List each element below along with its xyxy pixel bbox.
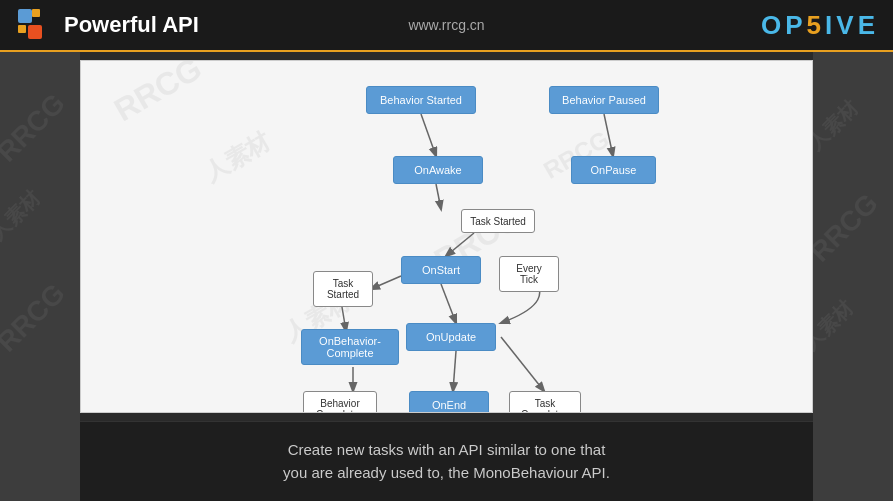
svg-line-10 <box>501 337 544 391</box>
node-onstart: OnStart <box>401 256 481 284</box>
right-sidebar: 人素材 RRCG 人素材 <box>813 52 893 501</box>
svg-rect-0 <box>18 9 32 23</box>
svg-rect-3 <box>28 25 42 39</box>
main-area: RRCG 人素材 RRCG RRCG 人素材 RRCG 人素材 RRCG <box>0 52 893 501</box>
left-sidebar: RRCG 人素材 RRCG <box>0 52 80 501</box>
caption-bar: Create new tasks with an API similar to … <box>80 421 813 501</box>
svg-line-13 <box>371 276 401 289</box>
caption-text: Create new tasks with an API similar to … <box>283 439 610 484</box>
node-task-started-small: Task Started <box>313 271 373 307</box>
node-onbehavior-complete: OnBehavior- Complete <box>301 329 399 365</box>
center-area: RRCG 人素材 RRCG 人素材 RRCG <box>80 52 813 501</box>
node-onawake: OnAwake <box>393 156 483 184</box>
svg-rect-2 <box>18 25 26 33</box>
svg-rect-1 <box>32 9 40 17</box>
svg-line-9 <box>453 351 456 391</box>
svg-line-6 <box>436 184 441 209</box>
svg-line-11 <box>342 307 346 331</box>
app-logo-icon <box>16 7 52 43</box>
node-task-completes: Task Completes <box>509 391 581 413</box>
header-left: Powerful API <box>16 7 199 43</box>
node-behavior-completes: Behavior Completes <box>303 391 377 413</box>
svg-line-7 <box>446 233 474 256</box>
node-onpause: OnPause <box>571 156 656 184</box>
app-title: Powerful API <box>64 12 199 38</box>
node-task-started-label: Task Started <box>461 209 535 233</box>
opsive-logo: O P 5 I V E <box>761 10 877 41</box>
header: Powerful API www.rrcg.cn O P 5 I V E <box>0 0 893 52</box>
node-onupdate: OnUpdate <box>406 323 496 351</box>
svg-line-8 <box>441 284 456 323</box>
svg-line-5 <box>604 114 613 156</box>
header-url: www.rrcg.cn <box>408 17 484 33</box>
diagram-container: RRCG 人素材 RRCG 人素材 RRCG <box>80 60 813 413</box>
node-behavior-started: Behavior Started <box>366 86 476 114</box>
node-behavior-paused: Behavior Paused <box>549 86 659 114</box>
node-onend: OnEnd <box>409 391 489 413</box>
node-every-tick: Every Tick <box>499 256 559 292</box>
svg-line-4 <box>421 114 436 156</box>
